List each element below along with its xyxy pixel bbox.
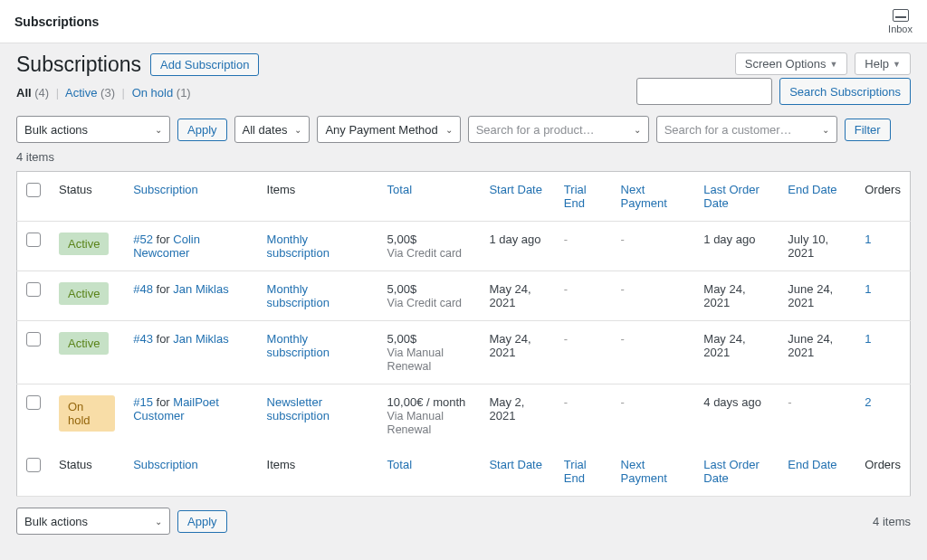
col-subscription[interactable]: Subscription: [124, 172, 257, 222]
end-date: July 10, 2021: [779, 222, 855, 271]
filter-active[interactable]: Active: [65, 86, 97, 100]
apply-button[interactable]: Apply: [177, 119, 227, 141]
start-date: May 24, 2021: [480, 271, 554, 321]
start-date: May 24, 2021: [480, 321, 554, 384]
total-value: 5,00$: [387, 233, 417, 246]
bulk-actions-select[interactable]: Bulk actions ⌄: [16, 116, 170, 143]
payment-via: Via Manual Renewal: [387, 410, 444, 436]
orders-link[interactable]: 1: [865, 282, 871, 296]
col-items: Items: [258, 172, 378, 222]
col-last[interactable]: Last Order Date: [694, 172, 779, 222]
item-link[interactable]: Monthly subscription: [267, 332, 330, 359]
trial-end: -: [555, 384, 612, 448]
chevron-down-icon: ⌄: [294, 125, 301, 135]
search-input[interactable]: [636, 78, 772, 105]
select-all-checkbox[interactable]: [26, 183, 41, 197]
subscriptions-table: Status Subscription Items Total Start Da…: [16, 171, 911, 497]
inbox-button[interactable]: Inbox: [888, 9, 913, 34]
filter-onhold[interactable]: On hold: [132, 86, 174, 100]
col-total[interactable]: Total: [378, 172, 481, 222]
item-link[interactable]: Monthly subscription: [267, 282, 330, 309]
col-status: Status: [50, 172, 124, 222]
last-order: May 24, 2021: [694, 271, 779, 321]
last-order: May 24, 2021: [694, 321, 779, 384]
payment-via: Via Credit card: [387, 247, 462, 260]
orders-link[interactable]: 2: [865, 395, 871, 409]
end-date: -: [779, 384, 855, 448]
bulk-actions-select-bottom[interactable]: Bulk actions ⌄: [16, 508, 170, 535]
customer-link[interactable]: Jan Miklas: [173, 282, 228, 296]
row-checkbox[interactable]: [26, 282, 41, 297]
total-value: 5,00$: [387, 282, 417, 296]
caret-down-icon: ▼: [829, 60, 837, 69]
customer-search-select[interactable]: Search for a customer… ⌄: [656, 116, 837, 143]
chevron-down-icon: ⌄: [822, 125, 829, 135]
page-title: Subscriptions: [16, 52, 141, 77]
end-date: June 24, 2021: [779, 271, 855, 321]
customer-link[interactable]: Jan Miklas: [173, 332, 228, 346]
payment-via: Via Manual Renewal: [387, 346, 444, 373]
items-count: 4 items: [16, 150, 54, 164]
start-date: May 2, 2021: [480, 384, 554, 448]
subscription-id-link[interactable]: #48: [133, 282, 153, 296]
dates-select[interactable]: All dates ⌄: [234, 116, 311, 143]
total-value: 10,00€ / month: [387, 395, 466, 409]
caret-down-icon: ▼: [893, 60, 901, 69]
payment-via: Via Credit card: [387, 297, 462, 309]
next-payment: -: [612, 384, 695, 448]
add-subscription-button[interactable]: Add Subscription: [150, 53, 259, 76]
next-payment: -: [612, 271, 695, 321]
payment-method-select[interactable]: Any Payment Method ⌄: [317, 116, 460, 143]
filter-button[interactable]: Filter: [845, 119, 891, 141]
topbar: Subscriptions Inbox: [0, 0, 927, 43]
status-badge: Active: [59, 282, 109, 305]
row-checkbox[interactable]: [26, 395, 41, 410]
inbox-icon: [893, 9, 909, 22]
item-link[interactable]: Monthly subscription: [267, 233, 330, 260]
status-badge: Active: [59, 332, 109, 355]
orders-link[interactable]: 1: [865, 332, 871, 346]
help-button[interactable]: Help ▼: [855, 52, 911, 75]
table-row: Active #52 for Colin Newcomer Monthly su…: [17, 222, 911, 271]
trial-end: -: [555, 321, 612, 384]
next-payment: -: [612, 222, 695, 271]
next-payment: -: [612, 321, 695, 384]
select-all-checkbox-footer[interactable]: [26, 458, 41, 472]
table-row: Active #43 for Jan Miklas Monthly subscr…: [17, 321, 911, 384]
col-next[interactable]: Next Payment: [612, 172, 695, 222]
trial-end: -: [555, 222, 612, 271]
inbox-label: Inbox: [888, 24, 913, 34]
subscription-id-link[interactable]: #15: [133, 395, 153, 409]
total-value: 5,00$: [387, 332, 417, 346]
col-trial[interactable]: Trial End: [555, 172, 612, 222]
row-checkbox[interactable]: [26, 332, 41, 346]
status-badge: On hold: [59, 395, 115, 432]
apply-button-bottom[interactable]: Apply: [177, 510, 227, 533]
chevron-down-icon: ⌄: [155, 125, 162, 135]
col-orders: Orders: [855, 172, 910, 222]
chevron-down-icon: ⌄: [634, 125, 641, 135]
status-badge: Active: [59, 233, 109, 255]
col-end[interactable]: End Date: [779, 172, 855, 222]
start-date: 1 day ago: [480, 222, 554, 271]
chevron-down-icon: ⌄: [445, 125, 453, 135]
item-link[interactable]: Newsletter subscription: [267, 395, 330, 422]
end-date: June 24, 2021: [779, 321, 855, 384]
items-count-bottom: 4 items: [873, 515, 911, 528]
chevron-down-icon: ⌄: [155, 517, 162, 527]
col-start[interactable]: Start Date: [480, 172, 554, 222]
subscription-id-link[interactable]: #43: [133, 332, 153, 346]
search-subscriptions-button[interactable]: Search Subscriptions: [779, 78, 911, 105]
trial-end: -: [555, 271, 612, 321]
orders-link[interactable]: 1: [865, 233, 871, 246]
last-order: 4 days ago: [694, 384, 779, 448]
product-search-select[interactable]: Search for a product… ⌄: [468, 116, 649, 143]
filter-all[interactable]: All: [16, 86, 32, 100]
table-row: Active #48 for Jan Miklas Monthly subscr…: [17, 271, 911, 321]
topbar-title: Subscriptions: [14, 14, 99, 29]
screen-options-button[interactable]: Screen Options ▼: [735, 52, 848, 75]
subscription-id-link[interactable]: #52: [133, 233, 153, 246]
table-row: On hold #15 for MailPoet Customer Newsle…: [17, 384, 911, 448]
row-checkbox[interactable]: [26, 233, 41, 247]
last-order: 1 day ago: [694, 222, 779, 271]
